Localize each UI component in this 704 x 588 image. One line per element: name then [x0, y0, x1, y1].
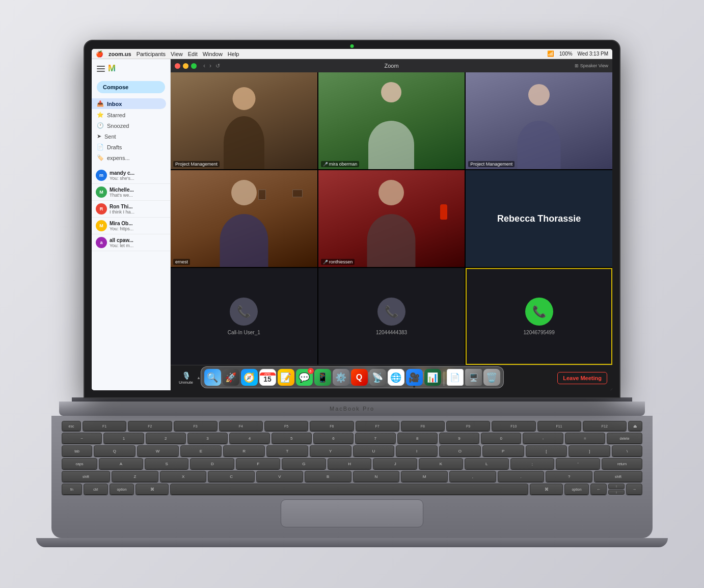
dock-transmission[interactable]: 📡 [369, 369, 386, 386]
key-7[interactable]: 7 [355, 433, 395, 444]
key-arrow-left[interactable]: ← [590, 484, 607, 495]
key-option-r[interactable]: option [564, 484, 589, 495]
key-cmd-l[interactable]: ⌘ [136, 484, 169, 495]
key-cmd-r[interactable]: ⌘ [530, 484, 563, 495]
back-btn[interactable]: ‹ [203, 62, 205, 69]
key-d[interactable]: D [190, 458, 234, 469]
key-t[interactable]: T [266, 445, 308, 457]
key-slash[interactable]: ? [546, 471, 592, 482]
key-f4[interactable]: F4 [219, 421, 263, 431]
key-f9[interactable]: F9 [446, 421, 490, 431]
key-w[interactable]: W [137, 445, 179, 457]
key-quote[interactable]: ' [556, 458, 600, 469]
key-f7[interactable]: F7 [356, 421, 399, 431]
email-item[interactable]: m mandy c... You: she's... [92, 167, 170, 184]
key-8[interactable]: 8 [397, 433, 438, 444]
nav-inbox[interactable]: 📥 Inbox [92, 98, 166, 109]
key-fn[interactable]: fn [62, 484, 82, 495]
dock-launchpad[interactable]: 🚀 [223, 369, 239, 386]
nav-starred[interactable]: ⭐ Starred [92, 110, 170, 120]
dock-chrome[interactable]: 🌐 [388, 369, 404, 386]
key-backslash[interactable]: \ [612, 445, 642, 457]
traffic-light-yellow[interactable] [183, 63, 188, 69]
hamburger-icon[interactable] [97, 66, 105, 72]
traffic-light-red[interactable] [175, 63, 180, 69]
key-e[interactable]: E [180, 445, 222, 457]
key-h[interactable]: H [328, 458, 372, 469]
menu-edit[interactable]: Edit [188, 51, 198, 57]
nav-drafts[interactable]: 📄 Drafts [92, 142, 170, 152]
email-item[interactable]: R Ron Thi... I think I ha... [92, 201, 170, 218]
key-g[interactable]: G [282, 458, 326, 469]
key-s[interactable]: S [145, 458, 189, 469]
dock-facetime[interactable]: 📱 [314, 369, 331, 386]
key-u[interactable]: U [353, 445, 395, 457]
key-comma[interactable]: , [449, 471, 496, 482]
key-r[interactable]: R [223, 445, 265, 457]
traffic-light-green[interactable] [191, 63, 197, 69]
key-j[interactable]: J [373, 458, 417, 469]
menu-help[interactable]: Help [228, 51, 239, 57]
key-arrow-up[interactable]: ↑ [608, 484, 625, 489]
key-l[interactable]: L [465, 458, 509, 469]
key-delete[interactable]: delete [607, 433, 642, 444]
dock-settings[interactable]: ⚙️ [333, 369, 349, 386]
key-a[interactable]: A [99, 458, 143, 469]
key-f6[interactable]: F6 [310, 421, 354, 431]
key-esc[interactable]: esc [62, 421, 81, 431]
key-power[interactable]: ⏏ [628, 421, 642, 431]
nav-snoozed[interactable]: 🕐 Snoozed [92, 120, 170, 131]
key-x[interactable]: X [160, 471, 207, 482]
dock-qfinder[interactable]: Q [351, 369, 368, 386]
key-f[interactable]: F [236, 458, 280, 469]
key-o[interactable]: O [439, 445, 481, 457]
key-f8[interactable]: F8 [401, 421, 445, 431]
menu-meeting[interactable]: Participants [137, 51, 166, 57]
dock-finder[interactable]: 🔍 [204, 369, 221, 386]
key-rbracket[interactable]: ] [568, 445, 610, 457]
key-v[interactable]: V [256, 471, 303, 482]
dock-messages[interactable]: 💬 6 [296, 369, 313, 386]
compose-button[interactable]: Compose [97, 81, 165, 93]
key-option-l[interactable]: option [110, 484, 134, 495]
key-5[interactable]: 5 [272, 433, 312, 444]
key-f1[interactable]: F1 [83, 421, 126, 431]
dock-document[interactable]: 📄 [447, 369, 464, 386]
dock-screenshots[interactable]: 🖥️ [465, 369, 482, 386]
key-shift-r[interactable]: shift [594, 471, 642, 482]
key-n[interactable]: N [353, 471, 400, 482]
key-caps[interactable]: caps [62, 458, 97, 469]
key-shift-l[interactable]: shift [62, 471, 110, 482]
dock-excel[interactable]: 📊 [424, 369, 441, 386]
menu-window[interactable]: Window [203, 51, 223, 57]
key-ctrl[interactable]: ctrl [84, 484, 108, 495]
email-item[interactable]: M Michelle... That's we... [92, 184, 170, 201]
key-z[interactable]: Z [112, 471, 158, 482]
key-p[interactable]: P [482, 445, 524, 457]
key-lbracket[interactable]: [ [526, 445, 567, 457]
dock-trash[interactable]: 🗑️ [483, 369, 500, 386]
key-b[interactable]: B [305, 471, 351, 482]
key-0[interactable]: 0 [481, 433, 521, 444]
key-y[interactable]: Y [310, 445, 351, 457]
key-4[interactable]: 4 [229, 433, 269, 444]
key-1[interactable]: 1 [103, 433, 144, 444]
refresh-btn[interactable]: ↺ [215, 63, 220, 69]
key-6[interactable]: 6 [313, 433, 354, 444]
key-f11[interactable]: F11 [537, 421, 581, 431]
key-tilde[interactable]: ~ [62, 433, 102, 444]
nav-sent[interactable]: ➤ Sent [92, 131, 170, 142]
key-return[interactable]: return [602, 458, 642, 469]
nav-labels[interactable]: 🏷️ expens... [92, 152, 170, 163]
dock-zoom[interactable]: 🎥 [406, 369, 423, 386]
key-arrow-down[interactable]: ↓ [608, 490, 625, 495]
key-tab[interactable]: tab [62, 445, 92, 457]
key-semicolon[interactable]: ; [510, 458, 555, 469]
trackpad[interactable] [281, 499, 423, 527]
key-f12[interactable]: F12 [583, 421, 627, 431]
key-c[interactable]: C [208, 471, 255, 482]
key-k[interactable]: K [419, 458, 463, 469]
key-equals[interactable]: = [565, 433, 605, 444]
key-9[interactable]: 9 [439, 433, 479, 444]
key-minus[interactable]: - [523, 433, 563, 444]
